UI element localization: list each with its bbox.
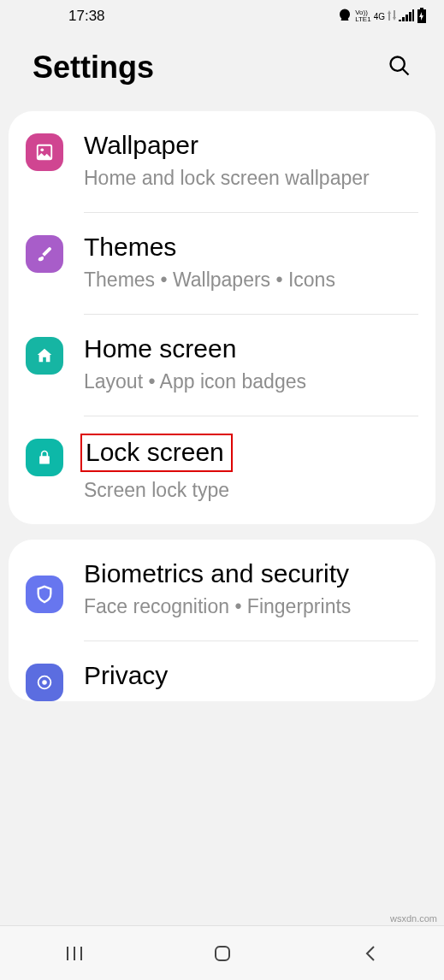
- status-icons: Vo)) LTE1 4G: [337, 8, 427, 25]
- watermark: wsxdn.com: [390, 913, 437, 924]
- row-title: Home screen: [84, 332, 418, 365]
- row-content: Privacy: [84, 658, 418, 695]
- alarm-icon: [337, 8, 352, 25]
- row-subtitle: Themes • Wallpapers • Icons: [84, 267, 418, 293]
- row-title: Biometrics and security: [84, 557, 418, 590]
- svg-line-1: [403, 69, 409, 75]
- row-themes[interactable]: Themes Themes • Wallpapers • Icons: [9, 213, 435, 314]
- search-icon: [388, 54, 411, 78]
- row-title: Privacy: [84, 658, 418, 692]
- shield-icon: [26, 576, 63, 613]
- home-button[interactable]: [180, 943, 265, 964]
- svg-point-3: [40, 148, 44, 151]
- row-title: Lock screen: [86, 438, 224, 466]
- page-title: Settings: [33, 50, 154, 86]
- row-subtitle: Layout • App icon badges: [84, 369, 418, 395]
- svg-point-5: [42, 680, 47, 685]
- highlight-box: Lock screen: [80, 434, 233, 472]
- search-button[interactable]: [388, 54, 411, 81]
- row-biometrics[interactable]: Biometrics and security Face recognition…: [9, 540, 435, 641]
- home-icon: [26, 337, 63, 375]
- row-wallpaper[interactable]: Wallpaper Home and lock screen wallpaper: [9, 111, 435, 212]
- row-lock-screen[interactable]: Lock screen Screen lock type: [9, 416, 435, 524]
- privacy-icon: [26, 664, 63, 701]
- signal-icon: [399, 9, 414, 23]
- back-button[interactable]: [328, 943, 413, 964]
- row-title: Wallpaper: [84, 128, 418, 162]
- row-content: Biometrics and security Face recognition…: [84, 557, 418, 620]
- header: Settings: [0, 32, 444, 111]
- row-content: Wallpaper Home and lock screen wallpaper: [84, 128, 418, 192]
- row-subtitle: Screen lock type: [84, 477, 418, 504]
- lock-icon: [26, 439, 63, 476]
- recents-button[interactable]: [32, 945, 117, 962]
- volte-indicator: Vo)) LTE1: [355, 9, 371, 23]
- picture-icon: [26, 133, 63, 171]
- row-content: Themes Themes • Wallpapers • Icons: [84, 230, 418, 293]
- status-bar: 17:38 Vo)) LTE1 4G: [0, 0, 444, 32]
- nav-bar: [0, 925, 444, 980]
- data-arrows-icon: [388, 10, 396, 22]
- row-content: Home screen Layout • App icon badges: [84, 332, 418, 395]
- row-content: Lock screen Screen lock type: [84, 434, 418, 504]
- row-home-screen[interactable]: Home screen Layout • App icon badges: [9, 315, 435, 416]
- row-privacy[interactable]: Privacy: [9, 641, 435, 701]
- brush-icon: [26, 235, 63, 273]
- battery-icon: [417, 8, 427, 25]
- row-subtitle: Home and lock screen wallpaper: [84, 165, 418, 192]
- network-indicator: 4G: [374, 12, 385, 21]
- svg-point-0: [391, 57, 405, 71]
- settings-group: Wallpaper Home and lock screen wallpaper…: [9, 111, 435, 524]
- svg-rect-9: [216, 947, 229, 960]
- row-subtitle: Face recognition • Fingerprints: [84, 593, 418, 620]
- row-title: Themes: [84, 230, 418, 263]
- settings-group: Biometrics and security Face recognition…: [9, 540, 435, 701]
- status-time: 17:38: [17, 8, 105, 25]
